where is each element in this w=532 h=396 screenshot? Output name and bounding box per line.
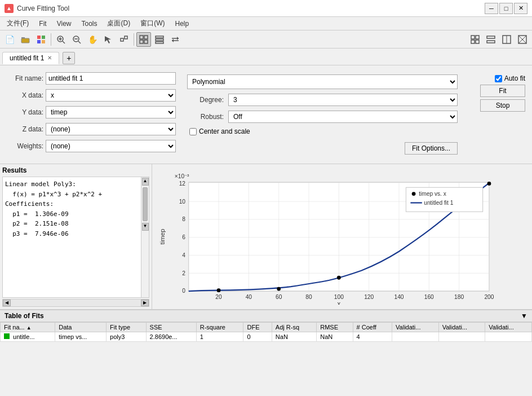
col-fit-name[interactable]: Fit na... ▲ bbox=[1, 323, 55, 332]
middle-section: Results Linear model Poly3: f(x) = p1*x^… bbox=[0, 164, 532, 310]
y-data-row: Y data: timep bbox=[7, 106, 176, 118]
zoom-out-button[interactable] bbox=[69, 32, 84, 47]
list-view-button[interactable] bbox=[152, 32, 167, 47]
svg-rect-30 bbox=[476, 40, 479, 43]
col-data[interactable]: Data bbox=[55, 323, 107, 332]
cell-adj-r-sq: NaN bbox=[272, 332, 316, 342]
col-sse[interactable]: SSE bbox=[146, 323, 196, 332]
tile-button[interactable] bbox=[468, 32, 482, 47]
y-scale-label: ×10⁻³ bbox=[175, 173, 189, 179]
menu-file[interactable]: 文件(F) bbox=[2, 17, 33, 29]
y-tick-10: 10 bbox=[179, 199, 186, 205]
col-validation1[interactable]: Validati... bbox=[392, 323, 439, 332]
cell-fit-name: untitle... bbox=[1, 332, 55, 342]
weights-select[interactable]: (none) bbox=[46, 140, 176, 152]
x-tick-200: 200 bbox=[484, 294, 494, 300]
svg-rect-1 bbox=[21, 38, 29, 43]
svg-rect-28 bbox=[476, 36, 479, 39]
svg-rect-4 bbox=[37, 40, 41, 43]
scroll-thumb[interactable] bbox=[143, 187, 148, 221]
scroll-track[interactable]: ▲ ▼ bbox=[141, 177, 149, 297]
toolbar: 📄 ✋ bbox=[0, 30, 532, 49]
results-title: Results bbox=[2, 166, 149, 174]
auto-fit-checkbox[interactable] bbox=[495, 75, 502, 82]
zoom-in-button[interactable] bbox=[54, 32, 68, 47]
col-validation2[interactable]: Validati... bbox=[438, 323, 485, 332]
h-scroll-bar[interactable]: ◀ ▶ bbox=[2, 299, 149, 307]
data-point-4 bbox=[487, 182, 491, 186]
results-scroll-area: Linear model Poly3: f(x) = p1*x^3 + p2*x… bbox=[2, 177, 149, 298]
table-row[interactable]: untitle... timep vs... poly3 2.8690e... … bbox=[1, 332, 532, 342]
degree-select[interactable]: 3 bbox=[228, 94, 458, 106]
menu-fit[interactable]: Fit bbox=[34, 19, 51, 29]
col-adj-r-sq[interactable]: Adj R-sq bbox=[272, 323, 316, 332]
col-dfe[interactable]: DFE bbox=[243, 323, 272, 332]
title-bar-controls: ─ □ ✕ bbox=[485, 3, 527, 14]
menu-help[interactable]: Help bbox=[170, 19, 193, 29]
degree-label: Degree: bbox=[187, 96, 224, 104]
toolbar-right bbox=[468, 32, 530, 47]
colormap-button[interactable] bbox=[34, 32, 48, 47]
grid-view-button[interactable] bbox=[136, 32, 151, 47]
svg-rect-31 bbox=[487, 36, 495, 38]
close-button[interactable]: ✕ bbox=[514, 3, 527, 14]
fit-type-select[interactable]: Polynomial bbox=[187, 74, 458, 89]
x-data-select[interactable]: x bbox=[46, 89, 176, 102]
menu-tools[interactable]: Tools bbox=[77, 19, 101, 29]
z-data-select[interactable]: (none) bbox=[46, 123, 176, 135]
fit-color-indicator bbox=[4, 333, 10, 339]
col-validation3[interactable]: Validati... bbox=[485, 323, 532, 332]
svg-rect-19 bbox=[144, 40, 148, 43]
y-axis-label: timep bbox=[159, 229, 166, 245]
data-cursor-button[interactable] bbox=[101, 32, 116, 47]
weights-label: Weights: bbox=[7, 142, 43, 150]
menu-view[interactable]: View bbox=[52, 19, 76, 29]
results-line-5: p2 = 2.151e-08 bbox=[5, 219, 139, 229]
fit-type-row: Polynomial bbox=[187, 74, 458, 89]
col-fit-type[interactable]: Fit type bbox=[107, 323, 147, 332]
table-scroll[interactable]: Fit na... ▲ Data Fit type SSE R-square D… bbox=[0, 322, 532, 342]
legend-label-2: untitled fit 1 bbox=[424, 200, 454, 206]
robust-label: Robust: bbox=[187, 113, 224, 121]
fit-options-button[interactable]: Fit Options... bbox=[405, 142, 458, 155]
x-tick-140: 140 bbox=[394, 294, 404, 300]
data-point-3 bbox=[337, 276, 341, 280]
stack-button[interactable] bbox=[484, 32, 498, 47]
exchange-button[interactable] bbox=[168, 32, 183, 47]
fits-table-body: untitle... timep vs... poly3 2.8690e... … bbox=[1, 332, 532, 342]
minimize-button[interactable]: ─ bbox=[485, 3, 498, 14]
col-n-coeff[interactable]: # Coeff bbox=[353, 323, 392, 332]
robust-select[interactable]: Off bbox=[228, 111, 458, 123]
menu-desktop[interactable]: 桌面(D) bbox=[103, 17, 135, 29]
legend-label-1: timep vs. x bbox=[419, 191, 446, 197]
svg-rect-20 bbox=[156, 36, 163, 38]
maximize-button[interactable]: □ bbox=[499, 3, 513, 14]
open-button[interactable] bbox=[18, 32, 33, 47]
fit-name-input[interactable] bbox=[46, 72, 176, 85]
split-button[interactable] bbox=[499, 32, 514, 47]
y-tick-4: 4 bbox=[182, 252, 185, 258]
fit-button[interactable]: Fit bbox=[480, 85, 525, 97]
x-tick-120: 120 bbox=[364, 294, 374, 300]
results-line-3: Coefficients: bbox=[5, 199, 139, 209]
results-line-4: p1 = 1.306e-09 bbox=[5, 209, 139, 219]
pan-button[interactable]: ✋ bbox=[85, 32, 100, 47]
tab-close-button[interactable]: ✕ bbox=[47, 55, 52, 61]
table-collapse-button[interactable]: ▼ bbox=[521, 312, 527, 320]
menu-window[interactable]: 窗口(W) bbox=[136, 17, 169, 29]
center-scale-checkbox[interactable] bbox=[189, 128, 197, 135]
y-data-select[interactable]: timep bbox=[46, 106, 176, 118]
title-bar-text: Curve Fitting Tool bbox=[17, 5, 481, 12]
brush-button[interactable] bbox=[117, 32, 131, 47]
tab-untitled-fit-1[interactable]: untitled fit 1 ✕ bbox=[2, 52, 59, 64]
new-button[interactable]: 📄 bbox=[2, 32, 17, 47]
stop-button[interactable]: Stop bbox=[480, 99, 525, 112]
x-axis-label: x bbox=[337, 300, 340, 305]
x-tick-180: 180 bbox=[454, 294, 464, 300]
add-tab-button[interactable]: + bbox=[63, 52, 75, 64]
toolbar-sep-1 bbox=[51, 33, 51, 46]
col-rmse[interactable]: RMSE bbox=[317, 323, 353, 332]
col-r-square[interactable]: R-square bbox=[196, 323, 243, 332]
fullscreen-button[interactable] bbox=[515, 32, 530, 47]
svg-rect-5 bbox=[42, 40, 45, 43]
